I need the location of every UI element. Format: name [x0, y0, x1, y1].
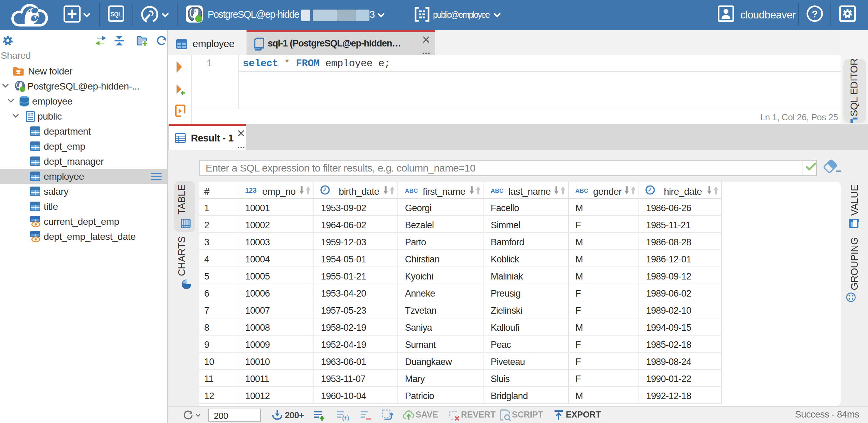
- svg-text:SQL: SQL: [111, 11, 122, 18]
- svg-text:?: ?: [812, 9, 817, 19]
- svg-text:(+): (+): [342, 414, 349, 421]
- svg-text:I: I: [858, 218, 859, 223]
